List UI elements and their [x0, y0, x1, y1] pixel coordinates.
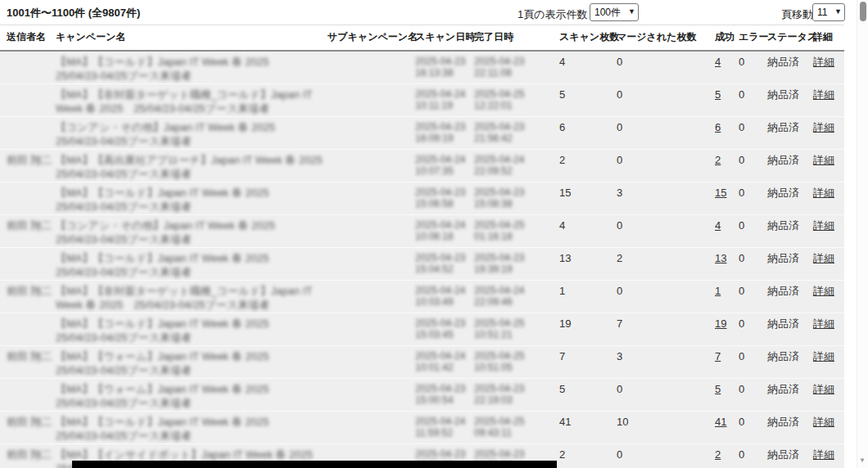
- done-time: 22:11:08: [474, 67, 556, 79]
- sender-name: 前田 翔二: [7, 448, 52, 461]
- sender-name: 前田 翔二: [7, 416, 52, 428]
- detail-link[interactable]: 詳細: [813, 448, 834, 461]
- success-count-link[interactable]: 13: [715, 252, 726, 264]
- detail-link[interactable]: 詳細: [813, 88, 834, 101]
- scanned-count: 15: [559, 187, 571, 199]
- success-count-link[interactable]: 4: [715, 219, 721, 232]
- status-cell: 納品済: [767, 149, 813, 182]
- campaign-name: 【コンアシ・その他】Japan IT Week 春 2025 25/04/23-…: [56, 219, 286, 245]
- detail-link[interactable]: 詳細: [813, 350, 834, 362]
- table-row: 前田 翔二【MA】【非対面ターゲット職種_コールド】Japan IT Week …: [0, 280, 844, 313]
- table-row: 【MA】【ウォーム】Japan IT Week 春 2025 25/04/23-…: [0, 378, 844, 411]
- success-count-link[interactable]: 1: [715, 285, 721, 297]
- detail-link[interactable]: 詳細: [813, 187, 834, 199]
- merged-count: 0: [617, 154, 622, 166]
- scan-date: 2025-04-23: [415, 383, 471, 394]
- campaign-name: 【MA】【高出展社アプローチ】Japan IT Week 春 2025 25/0…: [56, 154, 323, 180]
- done-datetime-cell: 2025-04-2422:09:46: [474, 280, 559, 313]
- merged-count-cell: 2: [617, 247, 715, 280]
- status-badge: 納品済: [767, 285, 799, 297]
- success-count-link[interactable]: 2: [715, 154, 721, 166]
- status-cell: 納品済: [767, 443, 813, 468]
- detail-link[interactable]: 詳細: [813, 252, 834, 264]
- done-datetime-cell: 2025-04-2422:09:52: [474, 149, 559, 182]
- detail-link[interactable]: 詳細: [813, 56, 834, 68]
- campaign-name: 【コンアシ・その他】Japan IT Week 春 2025 25/04/23-…: [56, 121, 286, 147]
- success-count-cell: 5: [715, 83, 739, 116]
- scan-date: 2025-04-24: [415, 416, 471, 427]
- success-count-link[interactable]: 6: [715, 121, 721, 133]
- success-count-link[interactable]: 5: [715, 383, 721, 395]
- detail-cell: 詳細: [813, 116, 844, 149]
- status-badge: 納品済: [767, 56, 799, 68]
- merged-count-cell: 0: [617, 280, 715, 313]
- success-count-cell: 7: [715, 345, 739, 378]
- done-datetime-cell: 2025-04-2510:51:05: [474, 345, 559, 378]
- scan-time: 16:13:38: [415, 67, 471, 79]
- scanned-count: 2: [559, 154, 565, 166]
- vertical-scrollbar[interactable]: ▼: [857, 0, 868, 468]
- header-success: 成功: [715, 25, 739, 52]
- scanned-count-cell: 4: [559, 51, 617, 83]
- success-count-cell: 41: [715, 411, 739, 443]
- scanned-count: 6: [559, 121, 565, 133]
- scan-date: 2025-04-24: [415, 88, 471, 100]
- scan-date: 2025-04-23: [415, 187, 471, 198]
- done-date: 2025-04-23: [474, 187, 556, 198]
- success-count-link[interactable]: 5: [715, 88, 721, 101]
- campaign-name: 【MA】【コールド】Japan IT Week 春 2025 25/04/23-…: [56, 187, 280, 213]
- detail-link[interactable]: 詳細: [813, 317, 834, 330]
- per-page-select[interactable]: 100件: [590, 3, 639, 21]
- success-count-cell: 5: [715, 378, 739, 411]
- scanned-count-cell: 41: [559, 411, 617, 443]
- table-header-row: 送信者名 キャンペーン名 サブキャンペーン名 スキャン日時 完了日時 スキャン枚…: [0, 25, 844, 52]
- campaign-scan-table: 送信者名 キャンペーン名 サブキャンペーン名 スキャン日時 完了日時 スキャン枚…: [0, 25, 844, 468]
- scan-datetime-cell: 2025-04-2315:03:45: [415, 313, 474, 345]
- subcampaign-cell: [328, 51, 415, 83]
- detail-link[interactable]: 詳細: [813, 219, 834, 232]
- campaign-cell: 【MA】【ウォーム】Japan IT Week 春 2025 25/04/23-…: [56, 345, 328, 378]
- detail-link[interactable]: 詳細: [813, 154, 834, 166]
- page-nav-select[interactable]: 11: [812, 3, 845, 21]
- result-range-label: 1001件〜1100件 (全9807件): [7, 6, 140, 20]
- status-badge: 納品済: [767, 219, 799, 232]
- done-time: 10:51:21: [474, 329, 556, 340]
- done-datetime-cell: 2025-04-2321:56:42: [474, 116, 559, 149]
- scan-date: 2025-04-23: [415, 56, 471, 67]
- scan-time: 11:59:52: [415, 427, 471, 439]
- scrollbar-thumb[interactable]: [860, 2, 866, 21]
- success-count-link[interactable]: 15: [715, 187, 726, 199]
- success-count-link[interactable]: 19: [715, 317, 726, 330]
- scanned-count: 13: [559, 252, 571, 264]
- success-count-link[interactable]: 7: [715, 350, 721, 362]
- detail-link[interactable]: 詳細: [813, 416, 834, 428]
- done-datetime-cell: 2025-04-2509:43:11: [474, 411, 559, 443]
- detail-link[interactable]: 詳細: [813, 383, 834, 395]
- per-page-select-wrap: 100件 ▼: [590, 3, 639, 21]
- merged-count: 0: [617, 219, 622, 232]
- sender-cell: 前田 翔二: [0, 280, 56, 313]
- merged-count: 0: [617, 56, 622, 68]
- status-cell: 納品済: [767, 280, 813, 313]
- merged-count: 10: [617, 416, 628, 428]
- scanned-count-cell: 4: [559, 214, 617, 247]
- detail-cell: 詳細: [813, 345, 844, 378]
- detail-cell: 詳細: [813, 313, 844, 345]
- error-count: 0: [739, 56, 744, 68]
- success-count-link[interactable]: 4: [715, 56, 721, 68]
- scroll-down-arrow-icon[interactable]: ▼: [859, 457, 866, 464]
- success-count-link[interactable]: 41: [715, 416, 726, 428]
- scanned-count-cell: 5: [559, 378, 617, 411]
- scan-list-page: 1001件〜1100件 (全9807件) 1頁の表示件数 100件 ▼ 頁移動 …: [0, 0, 868, 468]
- success-count-link[interactable]: 2: [715, 448, 721, 461]
- status-cell: 納品済: [767, 345, 813, 378]
- detail-cell: 詳細: [813, 149, 844, 182]
- scan-datetime-cell: 2025-04-2410:11:19: [415, 83, 474, 116]
- campaign-name: 【MA】【コールド】Japan IT Week 春 2025 25/04/23-…: [56, 317, 280, 344]
- error-count: 0: [739, 154, 744, 166]
- error-count-cell: 0: [739, 83, 767, 116]
- detail-link[interactable]: 詳細: [813, 285, 834, 297]
- success-count-cell: 15: [715, 182, 739, 214]
- status-badge: 納品済: [767, 252, 799, 264]
- detail-link[interactable]: 詳細: [813, 121, 834, 133]
